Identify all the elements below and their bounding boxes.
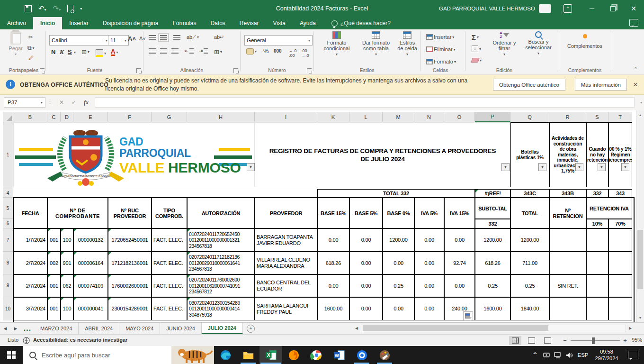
font-dialog-launcher[interactable] [136, 68, 141, 73]
row-header-4[interactable]: 4 [3, 189, 13, 198]
cell-logo[interactable]: VALLE HERMOSO TURÍSTICO Y PRODUCTIVO GAD… [13, 122, 255, 187]
shrink-font-button[interactable]: A˅ [139, 36, 146, 41]
cell-ret70-row9[interactable] [608, 274, 632, 297]
col-header-num-retencion[interactable]: Nº RETENCION [549, 198, 586, 228]
column-header-I[interactable]: I [255, 112, 317, 122]
ribbon-tab-archivo[interactable]: Archivo [0, 17, 33, 29]
percent-style-button[interactable]: % [263, 47, 269, 55]
tell-me-search[interactable]: ¿Qué desea hacer? [323, 17, 391, 29]
taskbar-firefox-icon[interactable] [282, 346, 305, 364]
taskbar-chrome-icon[interactable] [305, 346, 328, 364]
column-header-M[interactable]: M [383, 112, 414, 122]
col-header-iva15[interactable]: IVA 15% [444, 198, 475, 228]
column-header-T[interactable]: T [608, 112, 632, 122]
column-header-C[interactable]: C [47, 112, 61, 122]
cell-subtotal-row9[interactable]: 0.25 [475, 274, 510, 297]
align-left-button[interactable] [149, 48, 156, 54]
cell-base5-row9[interactable]: 0.00 [349, 274, 383, 297]
accessibility-status[interactable]: Accesibilidad: es necesario investigar [33, 337, 127, 343]
cell-subtotal-row8[interactable]: 618.26 [475, 252, 510, 274]
new-sheet-button[interactable]: + [243, 323, 259, 334]
restore-button[interactable] [602, 0, 623, 17]
cell-ruc-row10[interactable]: 2300154289001 [108, 297, 152, 320]
ribbon-tab-datos[interactable]: Datos [203, 17, 232, 29]
col-header-proveedor[interactable]: PROVEEDOR [255, 198, 317, 228]
collapse-ribbon-icon[interactable]: ⌃ [634, 66, 638, 73]
borders-button[interactable]: ⊞▾ [81, 48, 89, 55]
col-header-ruc[interactable]: Nº RUC PROVEEDOR [108, 198, 152, 228]
sheet-overflow-button[interactable]: ... [21, 323, 34, 334]
insert-function-icon[interactable]: fx [80, 97, 92, 108]
insert-cells-button[interactable]: Insertar▾ [426, 34, 454, 40]
conditional-formatting-button[interactable]: Formato condicional▾ [318, 31, 355, 56]
cell-base15-row7[interactable]: 0.00 [317, 228, 349, 252]
col-header-retencion-iva[interactable]: RETENCION IVA [586, 198, 632, 219]
col-header-70pct[interactable]: 70% [608, 219, 632, 228]
format-painter-button[interactable]: 🖉 [28, 55, 34, 61]
page-layout-view-button[interactable] [525, 336, 537, 345]
col-header-10pct[interactable]: 10% [586, 219, 608, 228]
autosum-button[interactable]: Σ▾ [472, 33, 479, 41]
cell-base5-row10[interactable]: 0.00 [349, 297, 383, 320]
cell-total-row7[interactable]: 1200.00 [510, 228, 549, 252]
cell-base5-row7[interactable]: 0.00 [349, 228, 383, 252]
wrap-text-button[interactable]: ab↵ [214, 34, 224, 40]
number-format-select[interactable]: General▾ [244, 35, 313, 46]
cell-iva5-row10[interactable]: 0.00 [414, 297, 444, 320]
avatar[interactable] [539, 4, 551, 13]
sheet-tab-julio-2024[interactable]: JULIO 2024 [202, 323, 243, 334]
underline-dropdown[interactable]: ▾ [74, 50, 76, 55]
expand-formula-bar-icon[interactable]: ▾ [635, 97, 644, 108]
copy-button[interactable]: ⧉▾ [27, 45, 35, 51]
cell-autorizacion-row9[interactable]: 02072024011760002600 0012001062000074109… [187, 274, 255, 297]
cell-343[interactable]: 343 [608, 189, 632, 198]
column-header-R[interactable]: R [549, 112, 586, 122]
row-header-10[interactable]: 10 [3, 297, 13, 320]
normal-view-button[interactable] [509, 336, 521, 345]
cell-comp3-row10[interactable]: 000000041 [73, 297, 108, 320]
comments-icon[interactable] [629, 19, 638, 27]
cell-autorizacion-row7[interactable]: 01072024011720652450 0012001100000000132… [187, 228, 255, 252]
ribbon-tab-f-rmulas[interactable]: Fórmulas [165, 17, 203, 29]
find-select-button[interactable]: Buscar y seleccionar▾ [522, 31, 555, 55]
taskbar-word-icon[interactable]: W [328, 346, 350, 364]
row-header-6[interactable]: 6 [3, 219, 13, 228]
fill-color-button[interactable]: ▾ [96, 49, 106, 57]
cell-ref-error[interactable]: #¡REF! [475, 189, 510, 198]
taskbar-paint-icon[interactable] [373, 346, 396, 364]
sheet-tab-marzo-2024[interactable]: MARZO 2024 [34, 323, 79, 334]
cell-ret70-row7[interactable] [608, 228, 632, 252]
cell-comp3-row9[interactable]: 000074109 [73, 274, 108, 297]
clipboard-dialog-launcher[interactable] [40, 68, 45, 73]
cell-ret10-row7[interactable] [586, 228, 608, 252]
filter-dropdown-icon[interactable]: ▼ [247, 163, 255, 171]
row-header-1[interactable]: 1 [3, 122, 13, 187]
column-header-B[interactable]: B [13, 112, 47, 122]
ribbon-tab-vista[interactable]: Vista [266, 17, 293, 29]
cell-proveedor-row7[interactable]: BARRAGAN TOAPANTA JAVIER EDUARDO [255, 228, 317, 252]
cell-total-row8[interactable]: 711.00 [510, 252, 549, 274]
format-as-table-button[interactable]: Dar formato como tabla▾ [356, 31, 396, 56]
column-header-L[interactable]: L [349, 112, 383, 122]
cell-fecha-row7[interactable]: 1/7/2024 [13, 228, 47, 252]
font-name-select[interactable]: Calibri▾ [49, 35, 110, 46]
formula-bar-handle[interactable]: ⋮ [47, 99, 53, 105]
clear-button[interactable]: ▾ [472, 58, 482, 63]
cell-proveedor-row9[interactable]: BANCO CENTRAL DEL ECUADOR [255, 274, 317, 297]
worksheet-grid[interactable]: VALLE HERMOSO TURÍSTICO Y PRODUCTIVO GAD… [0, 110, 636, 322]
tray-volume-icon[interactable] [564, 346, 575, 364]
close-button[interactable]: ✕ [623, 0, 644, 17]
cell-base0-row10[interactable]: 0.00 [383, 297, 414, 320]
cell-iva5-row9[interactable]: 0.00 [414, 274, 444, 297]
cell-header-cuando-no-hay[interactable]: Cuando no hay retención [586, 122, 608, 187]
more-info-button[interactable]: Más información [575, 79, 627, 91]
cell-num-ret-row10[interactable] [549, 297, 586, 320]
cell-subtotal-row10[interactable]: 1600.00 [475, 297, 510, 320]
ribbon-tab-inicio[interactable]: Inicio [33, 17, 62, 29]
cell-comp1-row8[interactable]: 002 [47, 252, 61, 274]
cell-base15-row10[interactable]: 1600.00 [317, 297, 349, 320]
cell-tipo-row7[interactable]: FACT. ELEC. [152, 228, 187, 252]
format-cells-button[interactable]: Formato▾ [426, 59, 456, 64]
underline-button[interactable]: S [68, 48, 72, 55]
cell-ruc-row9[interactable]: 1760002600001 [108, 274, 152, 297]
